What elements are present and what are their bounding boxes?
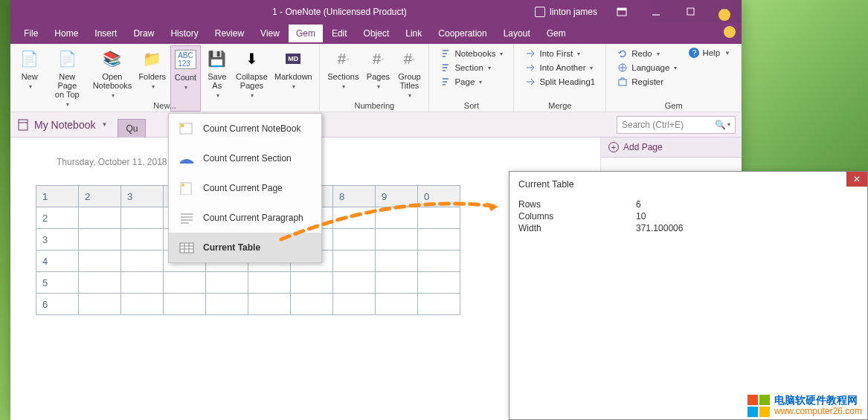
- maximize-button[interactable]: [673, 1, 707, 23]
- table-cell[interactable]: [418, 251, 460, 272]
- sort-notebooks[interactable]: Notebooks ▾: [437, 47, 506, 60]
- table-cell[interactable]: [291, 294, 333, 315]
- menu-object[interactable]: Object: [356, 25, 397, 42]
- menu-edit[interactable]: Edit: [324, 25, 355, 42]
- table-cell[interactable]: [376, 229, 418, 251]
- table-cell[interactable]: [79, 251, 121, 272]
- svg-point-13: [181, 184, 184, 187]
- table-cell[interactable]: [121, 294, 164, 315]
- table-cell[interactable]: [248, 294, 291, 315]
- menu-view[interactable]: View: [253, 25, 287, 42]
- table-cell[interactable]: [79, 207, 121, 229]
- svg-rect-18: [180, 243, 193, 253]
- table-header-cell[interactable]: 8: [333, 186, 376, 207]
- search-input[interactable]: Search (Ctrl+E) 🔍▾: [617, 116, 736, 134]
- sort-page[interactable]: Page ▾: [437, 75, 506, 88]
- gem-language[interactable]: Language ▾: [614, 61, 680, 74]
- sort-section[interactable]: Section ▾: [437, 61, 506, 74]
- menu-home[interactable]: Home: [47, 25, 86, 42]
- help-button[interactable]: ?Help▼: [686, 47, 733, 59]
- table-cell[interactable]: [376, 294, 418, 315]
- table-cell[interactable]: [121, 272, 164, 294]
- menu-review[interactable]: Review: [208, 25, 251, 42]
- table-cell[interactable]: [79, 272, 121, 294]
- table-cell[interactable]: 5: [36, 272, 79, 294]
- dropdown-count-current-section[interactable]: Count Current Section: [169, 143, 321, 173]
- search-icon: 🔍: [715, 120, 726, 130]
- table-cell[interactable]: [248, 272, 291, 294]
- dropdown-item-icon: [178, 240, 196, 255]
- table-cell[interactable]: 3: [36, 229, 79, 251]
- smiley-icon[interactable]: [724, 26, 736, 38]
- count-icon: ABC123: [173, 48, 197, 71]
- tab-section[interactable]: Qu: [118, 119, 146, 138]
- popup-close-button[interactable]: ✕: [846, 172, 867, 187]
- table-cell[interactable]: 4: [36, 251, 79, 272]
- merge-into-another[interactable]: Into Another ▾: [521, 61, 598, 74]
- menu-draw[interactable]: Draw: [126, 25, 161, 42]
- table-cell[interactable]: [418, 207, 460, 229]
- table-cell[interactable]: [164, 294, 206, 315]
- menu-history[interactable]: History: [163, 25, 205, 42]
- smiley-icon[interactable]: [716, 8, 733, 22]
- table-cell[interactable]: [164, 272, 206, 294]
- table-header-cell[interactable]: 9: [376, 186, 418, 207]
- table-cell[interactable]: [418, 294, 460, 315]
- table-cell[interactable]: [206, 272, 248, 294]
- table-cell[interactable]: [291, 272, 333, 294]
- table-cell[interactable]: [333, 294, 376, 315]
- gem-register[interactable]: Register: [614, 75, 680, 88]
- table-cell[interactable]: [376, 251, 418, 272]
- table-header-cell[interactable]: 2: [79, 186, 121, 207]
- table-cell[interactable]: [418, 229, 460, 251]
- redo-icon: [617, 48, 629, 59]
- table-cell[interactable]: [333, 272, 376, 294]
- menu-file[interactable]: File: [16, 25, 45, 42]
- table-cell[interactable]: [333, 229, 376, 251]
- table-cell[interactable]: [79, 294, 121, 315]
- menu-link[interactable]: Link: [398, 25, 429, 42]
- hash-icon: #▫: [366, 47, 390, 71]
- table-cell[interactable]: [121, 251, 164, 272]
- menu-gem[interactable]: Gem: [289, 25, 323, 42]
- table-cell[interactable]: [418, 272, 460, 294]
- merge-into-first[interactable]: Into First ▾: [521, 47, 598, 60]
- menu-cooperation[interactable]: Cooperation: [431, 25, 494, 42]
- merge-split-heading1[interactable]: Split Heading1: [521, 75, 598, 88]
- collapse-icon: ⬇: [239, 47, 263, 71]
- menu-gem[interactable]: Gem: [539, 25, 573, 42]
- table-cell[interactable]: [79, 229, 121, 251]
- menu-layout[interactable]: Layout: [496, 25, 538, 42]
- table-header-cell[interactable]: 0: [418, 186, 460, 207]
- dropdown-current-table[interactable]: Current Table: [169, 233, 321, 262]
- table-cell[interactable]: [121, 207, 164, 229]
- table-cell[interactable]: 6: [36, 294, 79, 315]
- table-cell[interactable]: 2: [36, 207, 79, 229]
- sort-icon: [440, 48, 451, 59]
- language-icon: [617, 62, 629, 74]
- gem-redo[interactable]: Redo ▾: [614, 47, 680, 60]
- notebook-selector[interactable]: My Notebook ▼: [16, 118, 107, 132]
- minimize-button[interactable]: [639, 1, 673, 23]
- table-cell[interactable]: [206, 294, 248, 315]
- dropdown-count-current-notebook[interactable]: Count Current NoteBook: [169, 114, 321, 143]
- new-icon: 📄: [18, 47, 42, 71]
- table-cell[interactable]: [333, 207, 376, 229]
- dropdown-count-current-paragraph[interactable]: Count Current Paragraph: [169, 203, 321, 233]
- table-cell[interactable]: [376, 207, 418, 229]
- open-icon: 📚: [100, 47, 124, 71]
- table-cell[interactable]: [376, 272, 418, 294]
- popup-row: Columns10: [509, 210, 867, 222]
- user-avatar-icon: [535, 7, 545, 17]
- table-cell[interactable]: [333, 251, 376, 272]
- section-tabs: Qu: [118, 112, 146, 138]
- table-header-cell[interactable]: 3: [121, 186, 164, 207]
- table-cell[interactable]: [121, 229, 164, 251]
- add-page-button[interactable]: + Add Page: [601, 138, 742, 158]
- notebook-bar: My Notebook ▼ Qu Search (Ctrl+E) 🔍▾: [10, 112, 742, 138]
- user-area[interactable]: linton james: [535, 7, 597, 17]
- menu-insert[interactable]: Insert: [87, 25, 124, 42]
- ribbon-display-icon[interactable]: [605, 1, 639, 23]
- dropdown-count-current-page[interactable]: Count Current Page: [169, 173, 321, 203]
- table-header-cell[interactable]: 1: [36, 186, 79, 207]
